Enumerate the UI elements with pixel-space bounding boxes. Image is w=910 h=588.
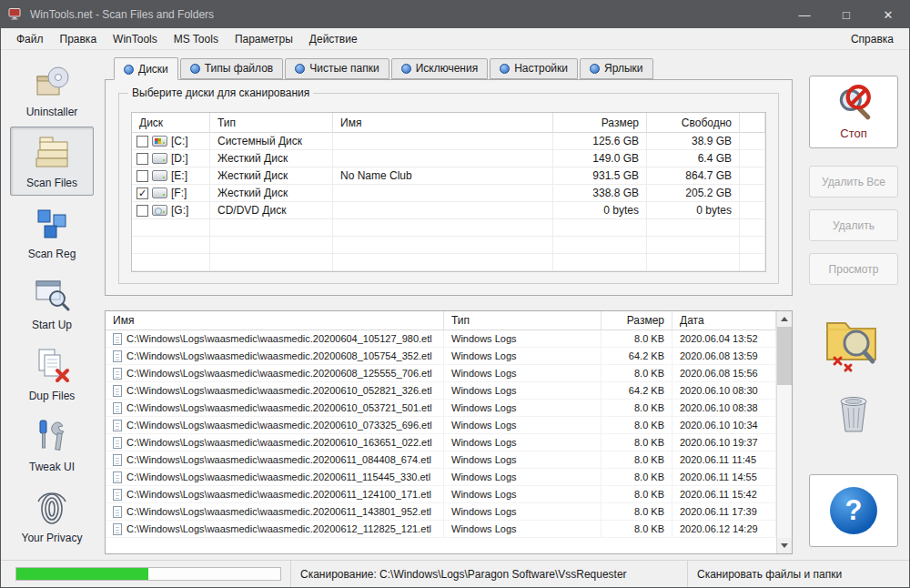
file-row[interactable]: C:\Windows\Logs\waasmedic\waasmedic.2020… <box>106 486 776 503</box>
column-header-size[interactable]: Размер <box>553 113 647 133</box>
menu-options[interactable]: Параметры <box>227 30 301 48</box>
stop-button[interactable]: Стоп <box>809 76 898 148</box>
drive-row[interactable]: [E:]Жесткий ДискNo Name Club931.5 GB864.… <box>132 167 765 185</box>
scroll-down-button[interactable] <box>777 538 792 553</box>
menu-help[interactable]: Справка <box>843 30 902 48</box>
sidebar-item-scan-files[interactable]: Scan Files <box>10 127 94 196</box>
close-button[interactable]: ✕ <box>867 1 909 28</box>
tab-disks[interactable]: Диски <box>114 57 178 80</box>
column-header-file-type[interactable]: Тип <box>444 311 602 330</box>
drive-type: Системный Диск <box>210 133 333 150</box>
drive-checkbox[interactable]: ✓ <box>136 188 148 199</box>
column-header-name[interactable]: Имя <box>333 113 553 133</box>
drive-checkbox[interactable] <box>136 136 148 147</box>
scrollbar-thumb[interactable] <box>777 327 792 385</box>
menu-wintools[interactable]: WinTools <box>105 30 166 48</box>
dup-files-icon <box>33 346 71 387</box>
file-row[interactable]: C:\Windows\Logs\waasmedic\waasmedic.2020… <box>106 503 776 521</box>
files-table-header: Имя Тип Размер Дата <box>106 311 776 330</box>
sidebar-label: Tweak UI <box>29 461 75 473</box>
tab-empty-folders[interactable]: Чистые папки <box>285 58 389 79</box>
scrollbar-track[interactable] <box>777 327 792 538</box>
column-header-file-size[interactable]: Размер <box>602 311 672 330</box>
drive-checkbox[interactable] <box>136 205 148 217</box>
sidebar-item-dup-files[interactable]: Dup Files <box>10 340 94 409</box>
drive-checkbox[interactable] <box>136 170 148 182</box>
menu-file[interactable]: Файл <box>8 30 52 48</box>
title-bar: WinTools.net - Scan Files and Folders — … <box>1 1 909 28</box>
file-icon <box>113 523 122 535</box>
file-name-cell: C:\Windows\Logs\waasmedic\waasmedic.2020… <box>106 330 444 348</box>
file-name-cell: C:\Windows\Logs\waasmedic\waasmedic.2020… <box>106 451 444 469</box>
column-header-drive[interactable]: Диск <box>132 113 210 133</box>
file-row[interactable]: C:\Windows\Logs\waasmedic\waasmedic.2020… <box>106 417 776 434</box>
file-row[interactable]: C:\Windows\Logs\waasmedic\waasmedic.2020… <box>106 330 776 348</box>
column-header-file-name[interactable]: Имя <box>106 311 444 330</box>
action-panel: Стоп Удалить Все Удалить Просмотр <box>798 50 909 560</box>
file-size: 8.0 KB <box>602 434 672 451</box>
search-folder-delete-icon <box>818 367 889 380</box>
sidebar-item-uninstaller[interactable]: Uninstaller <box>10 56 94 125</box>
sidebar-item-start-up[interactable]: Start Up <box>10 269 94 338</box>
cd-drive-icon <box>152 205 167 216</box>
drive-row[interactable]: [G:]CD/DVD Диск0 bytes0 bytes <box>132 202 765 219</box>
file-name-cell: C:\Windows\Logs\waasmedic\waasmedic.2020… <box>106 382 444 400</box>
preview-button[interactable]: Просмотр <box>809 253 898 285</box>
tab-label: Ярлыки <box>604 62 643 75</box>
file-row[interactable]: C:\Windows\Logs\waasmedic\waasmedic.2020… <box>106 365 776 382</box>
drive-free: 205.2 GB <box>647 185 740 202</box>
tab-file-types[interactable]: Типы файлов <box>180 58 283 79</box>
file-name-cell: C:\Windows\Logs\waasmedic\waasmedic.2020… <box>106 486 444 503</box>
drive-letter: [E:] <box>171 169 187 182</box>
scroll-up-button[interactable] <box>777 311 792 327</box>
file-row[interactable]: C:\Windows\Logs\waasmedic\waasmedic.2020… <box>106 382 776 400</box>
file-row[interactable]: C:\Windows\Logs\waasmedic\waasmedic.2020… <box>106 521 776 538</box>
file-date: 2020.06.10 08:38 <box>672 400 776 417</box>
delete-all-button[interactable]: Удалить Все <box>809 166 898 198</box>
file-type: Windows Logs <box>444 382 602 400</box>
drive-free: 38.9 GB <box>647 133 740 150</box>
file-date: 2020.06.10 19:37 <box>672 434 776 451</box>
recycle-bin-button[interactable] <box>834 391 874 438</box>
drive-row[interactable]: [C:]Системный Диск125.6 GB38.9 GB <box>132 133 765 150</box>
drive-filler <box>740 202 765 219</box>
column-header-free[interactable]: Свободно <box>647 113 740 133</box>
maximize-button[interactable]: □ <box>825 1 867 28</box>
menu-action[interactable]: Действие <box>301 30 366 48</box>
sidebar-label: Scan Reg <box>28 248 76 260</box>
column-header-type[interactable]: Тип <box>210 113 333 133</box>
delete-button[interactable]: Удалить <box>809 209 898 241</box>
file-row[interactable]: C:\Windows\Logs\waasmedic\waasmedic.2020… <box>106 400 776 417</box>
drive-volume-name <box>333 133 553 150</box>
drive-checkbox[interactable] <box>136 153 148 165</box>
tab-shortcuts[interactable]: Ярлыки <box>580 58 653 79</box>
file-row[interactable]: C:\Windows\Logs\waasmedic\waasmedic.2020… <box>106 451 776 469</box>
delete-found-files-button[interactable] <box>818 305 889 380</box>
column-header-file-date[interactable]: Дата <box>672 311 776 330</box>
sidebar-item-your-privacy[interactable]: Your Privacy <box>10 482 94 551</box>
tab-exclusions[interactable]: Исключения <box>391 58 489 79</box>
sidebar-item-tweak-ui[interactable]: Tweak UI <box>10 411 94 480</box>
tab-settings[interactable]: Настройки <box>490 58 578 79</box>
file-date: 2020.06.08 13:59 <box>672 348 776 365</box>
tab-icon <box>590 64 600 74</box>
file-row[interactable]: C:\Windows\Logs\waasmedic\waasmedic.2020… <box>106 434 776 451</box>
drive-row[interactable]: ✓[F:]Жесткий Диск338.8 GB205.2 GB <box>132 185 765 202</box>
file-path: C:\Windows\Logs\waasmedic\waasmedic.2020… <box>126 402 432 413</box>
progress-section <box>1 561 290 587</box>
file-row[interactable]: C:\Windows\Logs\waasmedic\waasmedic.2020… <box>106 469 776 486</box>
file-date: 2020.06.11 15:42 <box>672 486 776 503</box>
file-path: C:\Windows\Logs\waasmedic\waasmedic.2020… <box>126 437 432 448</box>
minimize-button[interactable]: — <box>784 1 825 28</box>
help-button[interactable]: ? <box>809 474 898 547</box>
file-path: C:\Windows\Logs\waasmedic\waasmedic.2020… <box>126 489 431 500</box>
sidebar-item-scan-reg[interactable]: Scan Reg <box>10 198 94 267</box>
drive-row[interactable]: [D:]Жесткий Диск149.0 GB6.4 GB <box>132 150 765 167</box>
drive-volume-name <box>333 150 553 167</box>
menu-edit[interactable]: Правка <box>52 30 106 48</box>
menu-mstools[interactable]: MS Tools <box>166 30 227 48</box>
drive-type: Жесткий Диск <box>210 185 333 202</box>
file-type: Windows Logs <box>444 348 602 365</box>
file-row[interactable]: C:\Windows\Logs\waasmedic\waasmedic.2020… <box>106 348 776 365</box>
tab-strip: Диски Типы файлов Чистые папки Исключени… <box>105 57 793 79</box>
